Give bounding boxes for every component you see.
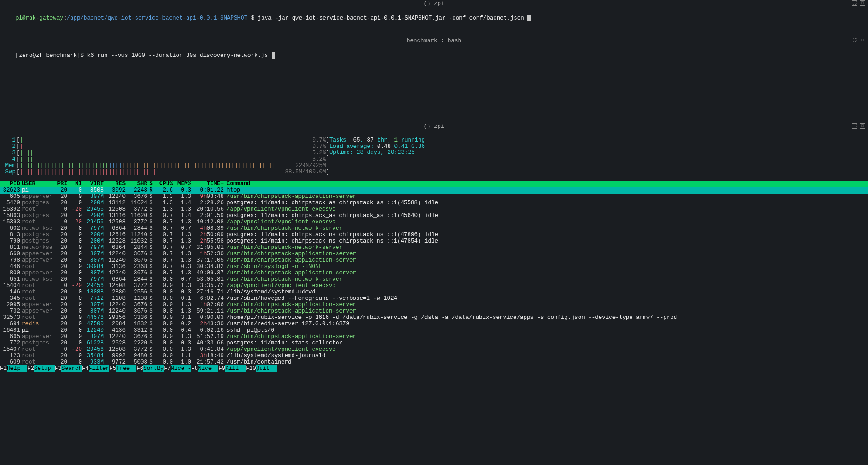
- footer-setup[interactable]: Setup: [34, 365, 55, 372]
- process-row[interactable]: 772postgres2006122826282220S0.00.340:33.…: [0, 340, 868, 347]
- system-status: Tasks: 65, 87 thr; 1 running Load averag…: [329, 137, 866, 176]
- prompt-line-2[interactable]: [zero@zf benchmark]$ k6 run --vus 1000 -…: [0, 45, 868, 66]
- process-row[interactable]: 813postgres200200M1261611240S0.71.32h50:…: [0, 232, 868, 238]
- process-table-body[interactable]: 32623pi200850830922248R2.60.30:01.22htop…: [0, 187, 868, 366]
- process-row[interactable]: 2995appserver200807M122403676S0.01.31h02…: [0, 302, 868, 308]
- footer-search[interactable]: Search: [61, 365, 82, 372]
- htop-header: 1[|0.7%]2[|0.7%]3[|||||5.2%]4[||||3.2%]M…: [0, 137, 868, 176]
- cpu-meter-4: 4[||||3.2%]: [2, 157, 329, 163]
- pane-window-controls: ⛶ □: [852, 0, 865, 6]
- footer-nice +[interactable]: Nice +: [198, 365, 218, 372]
- load-line: Load average: 0.48 0.41 0.36: [329, 144, 866, 150]
- process-row[interactable]: 660appserver200807M122403676S0.71.31h52:…: [0, 251, 868, 258]
- cpu-meter-1: 1[|0.7%]: [2, 137, 329, 144]
- uptime-line: Uptime: 28 days, 20:23:25: [329, 150, 866, 156]
- prompt-prefix: [zero@zf benchmark]$: [15, 52, 84, 59]
- cursor-icon: [527, 15, 531, 21]
- prompt-line-1[interactable]: pi@rak-gateway:/app/bacnet/qwe-iot-servi…: [0, 8, 868, 28]
- expand-icon[interactable]: ⛶: [852, 0, 857, 6]
- htop-footer[interactable]: F1Help F2Setup F3SearchF4FilterF5Tree F6…: [0, 366, 868, 372]
- process-row[interactable]: 146root2001808828802556S0.00.327:16.71/l…: [0, 289, 868, 296]
- process-row[interactable]: 605appserver200807M122403676S1.31.39h03:…: [0, 194, 868, 200]
- process-row[interactable]: 732appserver200807M122403676S0.01.359:21…: [0, 308, 868, 315]
- process-row[interactable]: 16481pi2001224041363312S0.00.40:02.16ssh…: [0, 328, 868, 334]
- expand-icon[interactable]: ⛶: [852, 123, 857, 129]
- footer-kill[interactable]: Kill: [225, 365, 246, 372]
- footer-filter[interactable]: Filter: [89, 365, 109, 372]
- maximize-icon[interactable]: □: [860, 0, 865, 6]
- process-row[interactable]: 5429postgres200200M1311211624S1.31.42:28…: [0, 200, 868, 207]
- pane-title-2: benchmark : bash ⛶ □: [0, 37, 868, 45]
- cursor-icon: [272, 52, 275, 59]
- footer-quit[interactable]: Quit: [256, 365, 277, 372]
- process-table-header[interactable]: PIDUSERPRINIVIRTRESSHRSCPU%MEM%TIME+Comm…: [0, 181, 868, 187]
- prompt-cwd: /app/bacnet/qwe-iot-service-bacnet-api-0…: [67, 15, 248, 21]
- process-row[interactable]: 32573root20044576293563336S0.03.10:00.03…: [0, 315, 868, 321]
- prompt-symbol: $: [251, 15, 255, 21]
- process-row[interactable]: 15392root0-2029456125083772S1.31.320:10.…: [0, 207, 868, 213]
- process-row[interactable]: 602networkse200797M68642844S0.70.74h08:3…: [0, 226, 868, 232]
- pane-title-1: () zpi ⛶ □: [0, 0, 868, 8]
- footer-nice -[interactable]: Nice -: [171, 365, 191, 372]
- footer-sortby[interactable]: SortBy: [143, 365, 164, 372]
- process-row[interactable]: 15407root0-2029456125083772S0.01.30:41.8…: [0, 347, 868, 353]
- process-row[interactable]: 123root2003548499929480S0.01.13h18:49/li…: [0, 353, 868, 359]
- process-row[interactable]: 609root200933M97725008S0.01.021:57.42/us…: [0, 359, 868, 366]
- process-row[interactable]: 15393root0-2029456125083772S0.71.310:12.…: [0, 219, 868, 226]
- tasks-line: Tasks: 65, 87 thr; 1 running: [329, 137, 866, 144]
- process-row[interactable]: 15863postgres200200M1311611620S0.71.42:0…: [0, 213, 868, 219]
- process-row[interactable]: 32623pi200850830922248R2.60.30:01.22htop: [0, 187, 868, 194]
- pane-title-text: () zpi: [424, 0, 444, 7]
- pane-window-controls: ⛶ □: [852, 38, 865, 43]
- process-row[interactable]: 691redis2004750020841832S0.00.22h43:30/u…: [0, 321, 868, 328]
- pane-window-controls: ⛶ □: [852, 123, 865, 129]
- process-row[interactable]: 811networkse200797M68642844S0.70.731:05.…: [0, 245, 868, 251]
- process-row[interactable]: 15404root0-2029456125083772S0.01.33:35.7…: [0, 283, 868, 289]
- cpu-meter-3: 3[|||||5.2%]: [2, 150, 329, 157]
- process-row[interactable]: 790postgres200200M1252811032S0.71.32h55:…: [0, 238, 868, 245]
- process-row[interactable]: 651networkse200797M68642844S0.00.753:05.…: [0, 277, 868, 283]
- cpu-meter-2: 2[|0.7%]: [2, 144, 329, 150]
- footer-help[interactable]: Help: [7, 365, 27, 372]
- maximize-icon[interactable]: □: [860, 38, 865, 43]
- command-text: java -jar qwe-iot-service-bacnet-api-0.0…: [258, 15, 524, 21]
- process-row[interactable]: 446root2003098431362368S0.70.330:34.82/u…: [0, 264, 868, 270]
- cpu-meters: 1[|0.7%]2[|0.7%]3[|||||5.2%]4[||||3.2%]M…: [2, 137, 329, 176]
- footer-tree[interactable]: Tree: [116, 365, 136, 372]
- pane-title-text: benchmark : bash: [407, 38, 461, 44]
- maximize-icon[interactable]: □: [860, 123, 865, 129]
- terminal-pane-3-htop[interactable]: () zpi ⛶ □ 1[|0.7%]2[|0.7%]3[|||||5.2%]4…: [0, 123, 868, 372]
- pane-title-text: () zpi: [424, 123, 444, 130]
- mem-meter: Mem[||||||||||||||||||||||||||||||||||||…: [2, 163, 329, 169]
- process-row[interactable]: 800appserver200807M122403676S0.71.349:09…: [0, 270, 868, 277]
- prompt-user: pi@rak-gateway: [15, 15, 63, 21]
- command-text: k6 run --vus 1000 --duration 30s discove…: [87, 52, 268, 59]
- terminal-pane-2[interactable]: benchmark : bash ⛶ □ [zero@zf benchmark]…: [0, 37, 868, 123]
- swp-meter: Swp[||||||||||||||||||||||||||||||||||||…: [2, 169, 329, 176]
- process-row[interactable]: 798appserver200807M122403676S0.71.337:17…: [0, 258, 868, 264]
- process-row[interactable]: 665appserver200807M122403676S0.01.351:52…: [0, 334, 868, 340]
- pane-title-3: () zpi ⛶ □: [0, 123, 868, 131]
- expand-icon[interactable]: ⛶: [852, 38, 857, 43]
- terminal-pane-1[interactable]: () zpi ⛶ □ pi@rak-gateway:/app/bacnet/qw…: [0, 0, 868, 37]
- process-row[interactable]: 345root200771211081108S0.00.16:02.74/usr…: [0, 296, 868, 302]
